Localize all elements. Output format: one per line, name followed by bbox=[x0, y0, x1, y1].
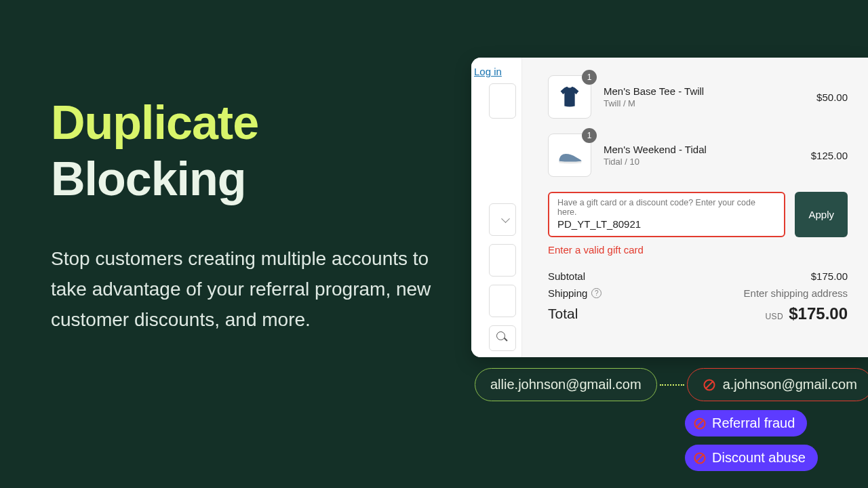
cart-item: 1 Men's Base Tee - Twill Twill / M $50.0… bbox=[548, 75, 848, 119]
product-thumb: 1 bbox=[548, 134, 591, 177]
hero-body: Stop customers creating multiple account… bbox=[51, 244, 437, 335]
ghost-field bbox=[489, 244, 516, 277]
tshirt-icon bbox=[554, 81, 585, 113]
fraud-tags: Referral fraud Discount abuse bbox=[685, 410, 818, 471]
qty-badge: 1 bbox=[582, 70, 597, 85]
email-pill-duplicate: a.johnson@gmail.com bbox=[687, 368, 868, 401]
help-icon[interactable]: ? bbox=[591, 288, 601, 298]
email-comparison: allie.johnson@gmail.com a.johnson@gmail.… bbox=[475, 368, 868, 401]
promo-row: Have a gift card or a discount code? Ent… bbox=[548, 192, 848, 237]
ghost-search-field bbox=[489, 325, 516, 351]
subtotal-label: Subtotal bbox=[548, 270, 585, 282]
hero-title-line1: Duplicate bbox=[51, 95, 437, 151]
subtotal-value: $175.00 bbox=[811, 270, 848, 282]
connector-dots bbox=[660, 384, 684, 386]
svg-line-5 bbox=[696, 455, 703, 462]
hero: Duplicate Blocking Stop customers creati… bbox=[51, 95, 437, 336]
item-name: Men's Base Tee - Twill bbox=[604, 85, 816, 97]
promo-code-input[interactable]: Have a gift card or a discount code? Ent… bbox=[548, 192, 785, 237]
item-variant: Twill / M bbox=[604, 98, 816, 108]
apply-button[interactable]: Apply bbox=[795, 192, 848, 237]
tag-label: Referral fraud bbox=[712, 415, 795, 431]
tag-label: Discount abuse bbox=[712, 450, 806, 466]
shoe-icon bbox=[554, 140, 585, 171]
ghost-field bbox=[489, 83, 516, 119]
item-variant: Tidal / 10 bbox=[604, 157, 811, 167]
ghost-select bbox=[489, 203, 516, 236]
block-icon bbox=[703, 378, 716, 392]
svg-line-1 bbox=[706, 382, 713, 388]
email-good: allie.johnson@gmail.com bbox=[490, 377, 642, 392]
item-price: $125.00 bbox=[811, 150, 848, 161]
promo-value: PD_YT_LT_80921 bbox=[557, 218, 776, 230]
promo-error: Enter a valid gift card bbox=[548, 244, 848, 256]
login-link[interactable]: Log in bbox=[474, 66, 502, 77]
checkout-panel: Log in 1 Men's Base Tee - Twill Twill / … bbox=[471, 58, 868, 357]
block-icon bbox=[693, 417, 707, 430]
checkout-summary: 1 Men's Base Tee - Twill Twill / M $50.0… bbox=[522, 58, 868, 357]
item-price: $50.00 bbox=[816, 92, 848, 103]
checkout-left-rail: Log in bbox=[471, 58, 522, 357]
promo-placeholder: Have a gift card or a discount code? Ent… bbox=[557, 198, 776, 217]
hero-title-line2: Blocking bbox=[51, 151, 437, 207]
block-icon bbox=[693, 451, 707, 465]
email-bad: a.johnson@gmail.com bbox=[723, 377, 857, 392]
total-label: Total bbox=[548, 306, 578, 322]
hero-title: Duplicate Blocking bbox=[51, 95, 437, 207]
total-value: $175.00 bbox=[789, 304, 848, 323]
email-pill-valid: allie.johnson@gmail.com bbox=[475, 368, 657, 401]
svg-line-3 bbox=[696, 420, 703, 427]
total-currency: USD bbox=[765, 312, 783, 321]
product-thumb: 1 bbox=[548, 75, 591, 119]
item-name: Men's Weekend - Tidal bbox=[604, 144, 811, 155]
tag-discount-abuse: Discount abuse bbox=[685, 445, 818, 471]
totals: Subtotal $175.00 Shipping ? Enter shippi… bbox=[548, 270, 848, 323]
ghost-field bbox=[489, 285, 516, 317]
cart-item: 1 Men's Weekend - Tidal Tidal / 10 $125.… bbox=[548, 134, 848, 177]
shipping-value: Enter shipping address bbox=[744, 287, 848, 299]
tag-referral-fraud: Referral fraud bbox=[685, 410, 807, 436]
qty-badge: 1 bbox=[582, 128, 597, 143]
shipping-label: Shipping bbox=[548, 287, 587, 299]
